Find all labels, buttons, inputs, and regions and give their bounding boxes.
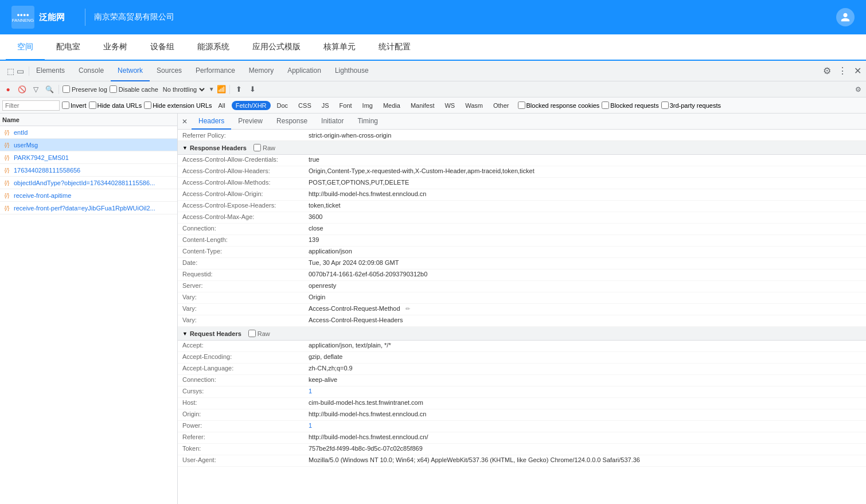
nav-item-business[interactable]: 业务树 — [92, 34, 139, 60]
response-raw-checkbox[interactable]: Raw — [253, 144, 275, 151]
search-btn[interactable]: 🔍 — [44, 84, 55, 95]
req-key-8: Referer: — [182, 433, 309, 440]
request-headers-section[interactable]: ▼ Request Headers Raw — [178, 327, 866, 341]
request-raw-input[interactable] — [248, 330, 256, 337]
request-item-1763[interactable]: {/} 1763440288111558656 — [0, 164, 177, 177]
filter-fetch-xhr[interactable]: Fetch/XHR — [232, 101, 271, 110]
filter-font[interactable]: Font — [336, 101, 356, 110]
request-name-perf: receive-front-perf?data=eyJibGFua1RpbWUi… — [14, 205, 175, 212]
request-icon-entid: {/} — [2, 128, 11, 137]
req-val-5: cim-build-model-hcs.test.fnwintranet.com — [309, 399, 861, 406]
hide-ext-urls-checkbox[interactable]: Hide extension URLs — [144, 101, 212, 109]
headers-tab-preview[interactable]: Preview — [231, 114, 270, 130]
referrer-policy-row: Referrer Policy: strict-origin-when-cros… — [178, 130, 866, 141]
resp-header-0: Access-Control-Allow-Credentials: true — [178, 155, 866, 166]
invert-checkbox[interactable]: Invert — [62, 101, 87, 109]
record-btn[interactable]: ● — [2, 84, 14, 95]
throttle-select[interactable]: No throttling — [161, 85, 206, 93]
request-item-perf[interactable]: {/} receive-front-perf?data=eyJibGFua1Rp… — [0, 202, 177, 214]
filter-all[interactable]: All — [214, 101, 229, 110]
tab-memory[interactable]: Memory — [242, 61, 280, 81]
request-name-entid: entId — [14, 129, 175, 136]
invert-input[interactable] — [62, 101, 69, 109]
headers-tab-response[interactable]: Response — [270, 114, 314, 130]
filter-wasm[interactable]: Wasm — [461, 101, 487, 110]
filter-doc[interactable]: Doc — [273, 101, 292, 110]
settings-btn-right[interactable]: ⚙ — [852, 84, 864, 95]
hide-data-urls-checkbox[interactable]: Hide data URLs — [89, 101, 142, 109]
upload-icon[interactable]: ⬆ — [233, 84, 245, 95]
filter-other[interactable]: Other — [489, 101, 513, 110]
filter-input[interactable] — [2, 100, 60, 111]
blocked-response-input[interactable] — [518, 101, 525, 109]
request-raw-checkbox[interactable]: Raw — [248, 330, 270, 337]
response-raw-input[interactable] — [253, 144, 261, 151]
request-item-apitime[interactable]: {/} receive-front-apitime — [0, 189, 177, 202]
headers-tab-headers[interactable]: Headers — [192, 114, 231, 130]
filter-manifest[interactable]: Manifest — [407, 101, 439, 110]
filter-css[interactable]: CSS — [294, 101, 315, 110]
nav-item-calc[interactable]: 核算单元 — [312, 34, 367, 60]
resp-val-0: true — [309, 156, 861, 163]
third-party-input[interactable] — [661, 101, 669, 109]
disable-cache-checkbox[interactable]: Disable cache — [110, 85, 158, 93]
req-key-2: Accept-Language: — [182, 365, 309, 372]
nav-item-space[interactable]: 空间 — [6, 34, 45, 60]
close-btn[interactable]: ✕ — [178, 115, 192, 128]
request-triangle: ▼ — [182, 331, 188, 337]
filter-media[interactable]: Media — [379, 101, 404, 110]
filter-icon[interactable]: ▽ — [30, 84, 41, 95]
resp-header-1: Access-Control-Allow-Headers: Origin,Con… — [178, 166, 866, 178]
nav-item-formula[interactable]: 应用公式模版 — [241, 34, 312, 60]
filter-ws[interactable]: WS — [440, 101, 459, 110]
hide-data-urls-input[interactable] — [89, 101, 96, 109]
devtools-tabs-bar: ⬚ ▭ Elements Console Network Sources Per… — [0, 61, 866, 81]
headers-tab-timing[interactable]: Timing — [350, 114, 385, 130]
tab-network[interactable]: Network — [111, 61, 150, 81]
req-header-6: Origin: http://build-model-hcs.fnwtest.e… — [178, 409, 866, 421]
blocked-requests-input[interactable] — [602, 101, 609, 109]
clear-btn[interactable]: 🚫 — [16, 84, 28, 95]
user-avatar[interactable] — [836, 8, 855, 26]
preserve-log-input[interactable] — [63, 85, 70, 93]
request-item-park[interactable]: {/} PARK7942_EMS01 — [0, 151, 177, 164]
tab-elements[interactable]: Elements — [29, 61, 72, 81]
request-item-objectid[interactable]: {/} objectIdAndType?objectId=17634402881… — [0, 177, 177, 189]
headers-tab-initiator[interactable]: Initiator — [314, 114, 350, 130]
blocked-requests-checkbox[interactable]: Blocked requests — [602, 101, 658, 109]
req-val-1: gzip, deflate — [309, 353, 861, 360]
device-icon[interactable]: ▭ — [17, 67, 24, 76]
nav-item-stats[interactable]: 统计配置 — [367, 34, 422, 60]
resp-val-13: Access-Control-Request-Method ✏ — [309, 305, 861, 312]
more-icon[interactable]: ⋮ — [836, 63, 849, 79]
download-icon[interactable]: ⬇ — [247, 84, 259, 95]
settings-icon[interactable]: ⚙ — [821, 63, 833, 79]
req-val-3: keep-alive — [309, 376, 861, 383]
response-headers-section[interactable]: ▼ Response Headers Raw — [178, 141, 866, 155]
req-header-9: Token: 757be2fd-f499-4b8c-9d5c-07c02c85f… — [178, 444, 866, 455]
tab-sources[interactable]: Sources — [150, 61, 189, 81]
tab-performance[interactable]: Performance — [189, 61, 242, 81]
close-devtools-icon[interactable]: ✕ — [852, 63, 864, 79]
nav-item-energy[interactable]: 能源系统 — [186, 34, 241, 60]
blocked-response-checkbox[interactable]: Blocked response cookies — [518, 101, 600, 109]
tab-console[interactable]: Console — [72, 61, 111, 81]
edit-icon-13[interactable]: ✏ — [405, 306, 410, 312]
request-item-usermsg[interactable]: {/} userMsg — [0, 139, 177, 151]
preserve-log-checkbox[interactable]: Preserve log — [63, 85, 107, 93]
nav-item-device[interactable]: 设备组 — [139, 34, 186, 60]
tab-lighthouse[interactable]: Lighthouse — [328, 61, 376, 81]
request-item-entid[interactable]: {/} entId — [0, 126, 177, 139]
third-party-checkbox[interactable]: 3rd-party requests — [661, 101, 721, 109]
tab-application[interactable]: Application — [280, 61, 328, 81]
wifi-icon: 📶 — [217, 85, 226, 93]
disable-cache-input[interactable] — [110, 85, 117, 93]
filter-js[interactable]: JS — [318, 101, 333, 110]
nav-item-power[interactable]: 配电室 — [45, 34, 92, 60]
nav-bar: 空间 配电室 业务树 设备组 能源系统 应用公式模版 核算单元 统计配置 — [0, 34, 866, 61]
hide-ext-urls-input[interactable] — [144, 101, 151, 109]
filter-img[interactable]: Img — [358, 101, 377, 110]
resp-key-1: Access-Control-Allow-Headers: — [182, 167, 309, 174]
blocked-requests-label: Blocked requests — [610, 102, 658, 109]
inspect-icon[interactable]: ⬚ — [7, 67, 14, 76]
